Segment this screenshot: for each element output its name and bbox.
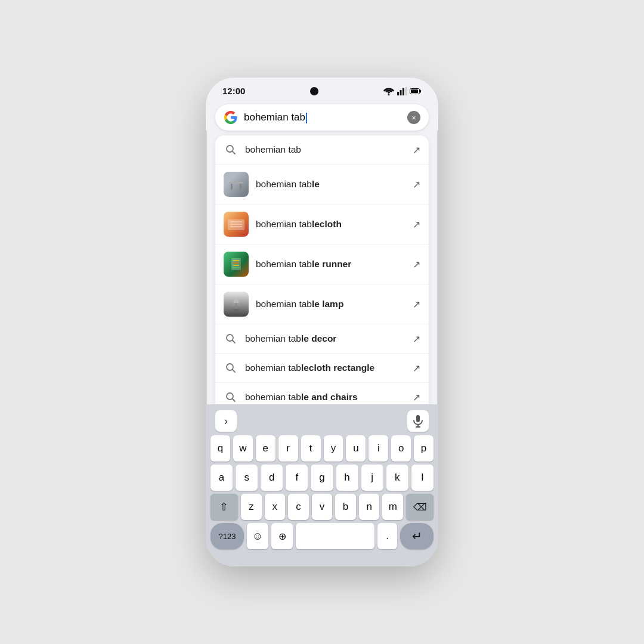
status-bar: 12:00 <box>206 78 438 100</box>
signal-icon <box>397 87 407 95</box>
search-bar[interactable]: bohemian tab × <box>215 104 429 131</box>
suggestion-text: bohemian table runner <box>256 259 405 270</box>
clear-button[interactable]: × <box>407 111 420 124</box>
suggestion-item[interactable]: bohemian table runner ↗ <box>215 244 429 284</box>
shift-key[interactable]: ⇧ <box>210 494 238 520</box>
key-x[interactable]: x <box>265 494 286 520</box>
key-t[interactable]: t <box>301 435 321 462</box>
suggestion-thumbnail-tablecloth <box>224 212 249 237</box>
navigate-to-search-icon: ↗ <box>413 259 420 270</box>
navigate-to-search-icon: ↗ <box>413 333 420 345</box>
suggestion-item[interactable]: bohemian table decor ↗ <box>215 324 429 354</box>
suggestion-text: bohemian table lamp <box>256 299 405 309</box>
key-i[interactable]: i <box>369 435 388 462</box>
search-icon <box>224 390 238 404</box>
suggestion-item[interactable]: bohemian tablecloth rectangle ↗ <box>215 354 429 383</box>
camera-dot <box>310 87 318 95</box>
svg-rect-13 <box>228 219 244 230</box>
key-p[interactable]: p <box>414 435 434 462</box>
numbers-key[interactable]: ?123 <box>210 523 244 549</box>
search-bar-container: bohemian tab × <box>206 100 438 131</box>
key-q[interactable]: q <box>210 435 230 462</box>
svg-rect-11 <box>231 184 233 190</box>
svg-rect-7 <box>420 89 421 92</box>
svg-rect-6 <box>411 89 418 93</box>
search-input[interactable]: bohemian tab <box>244 112 401 123</box>
keyboard-toolbar: › <box>208 408 436 435</box>
enter-key[interactable]: ↵ <box>400 523 434 549</box>
emoji-key[interactable]: ☺ <box>247 523 268 549</box>
navigate-to-search-icon: ↗ <box>413 363 420 374</box>
suggestion-item[interactable]: bohemian tablecloth ↗ <box>215 205 429 244</box>
navigate-to-search-icon: ↗ <box>413 219 420 230</box>
suggestion-text: bohemian tablecloth <box>256 219 405 230</box>
key-b[interactable]: b <box>335 494 356 520</box>
key-l[interactable]: l <box>411 465 434 491</box>
svg-rect-10 <box>229 182 243 184</box>
search-icon <box>224 361 238 375</box>
keyboard-row-2: a s d f g h j k l <box>208 465 436 491</box>
suggestion-thumbnail-runner <box>224 252 249 277</box>
period-key[interactable]: . <box>377 523 397 549</box>
keyboard-row-1: q w e r t y u i o p <box>208 435 436 462</box>
key-k[interactable]: k <box>386 465 408 491</box>
svg-rect-4 <box>405 87 407 95</box>
suggestion-text: bohemian tab <box>245 144 405 155</box>
navigate-to-search-icon: ↗ <box>413 144 420 156</box>
suggestion-item[interactable]: bohemian tab ↗ <box>215 135 429 165</box>
globe-key[interactable]: ⊕ <box>271 523 293 549</box>
key-m[interactable]: m <box>382 494 403 520</box>
key-w[interactable]: w <box>233 435 253 462</box>
suggestion-text: bohemian tablecloth rectangle <box>245 363 405 373</box>
search-query-text: bohemian tab <box>244 112 305 123</box>
svg-rect-3 <box>402 88 404 95</box>
key-j[interactable]: j <box>361 465 383 491</box>
key-n[interactable]: n <box>359 494 380 520</box>
keyboard-row-4: ?123 ☺ ⊕ . ↵ <box>208 523 436 549</box>
key-s[interactable]: s <box>236 465 258 491</box>
key-y[interactable]: y <box>324 435 343 462</box>
key-f[interactable]: f <box>286 465 308 491</box>
svg-marker-22 <box>233 298 239 303</box>
cursor <box>306 113 307 123</box>
suggestion-item[interactable]: bohemian table ↗ <box>215 165 429 205</box>
navigate-to-search-icon: ↗ <box>413 299 420 310</box>
keyboard-microphone-button[interactable] <box>407 410 429 432</box>
key-e[interactable]: e <box>256 435 275 462</box>
google-logo <box>224 110 238 125</box>
delete-key[interactable]: ⌫ <box>406 494 434 520</box>
keyboard-row-3: ⇧ z x c v b n m ⌫ <box>208 494 436 520</box>
svg-point-24 <box>233 309 240 311</box>
suggestion-thumbnail-lamp <box>224 292 249 317</box>
key-d[interactable]: d <box>261 465 283 491</box>
wifi-icon <box>383 87 394 95</box>
search-icon <box>224 143 238 157</box>
navigate-to-search-icon: ↗ <box>413 392 420 403</box>
key-o[interactable]: o <box>391 435 411 462</box>
key-c[interactable]: c <box>288 494 309 520</box>
key-a[interactable]: a <box>210 465 233 491</box>
navigate-to-search-icon: ↗ <box>413 179 420 190</box>
key-r[interactable]: r <box>278 435 298 462</box>
svg-line-30 <box>233 399 236 402</box>
svg-rect-12 <box>240 184 242 190</box>
status-time: 12:00 <box>222 86 245 96</box>
suggestion-item[interactable]: bohemian table lamp ↗ <box>215 284 429 324</box>
key-z[interactable]: z <box>241 494 262 520</box>
suggestion-text: bohemian table decor <box>245 333 405 344</box>
key-g[interactable]: g <box>311 465 333 491</box>
keyboard: › q w e r t y u i o p a <box>206 404 438 566</box>
suggestion-text: bohemian table and chairs <box>245 392 405 402</box>
svg-line-28 <box>233 370 236 373</box>
key-v[interactable]: v <box>312 494 333 520</box>
battery-icon <box>410 88 422 95</box>
key-u[interactable]: u <box>346 435 366 462</box>
suggestion-thumbnail-table <box>224 172 249 197</box>
keyboard-forward-button[interactable]: › <box>215 410 237 432</box>
space-key[interactable] <box>296 523 374 549</box>
svg-point-0 <box>388 94 390 95</box>
svg-line-26 <box>233 340 236 343</box>
phone-shell: 12:00 <box>206 78 438 566</box>
svg-rect-1 <box>397 92 399 95</box>
key-h[interactable]: h <box>336 465 358 491</box>
